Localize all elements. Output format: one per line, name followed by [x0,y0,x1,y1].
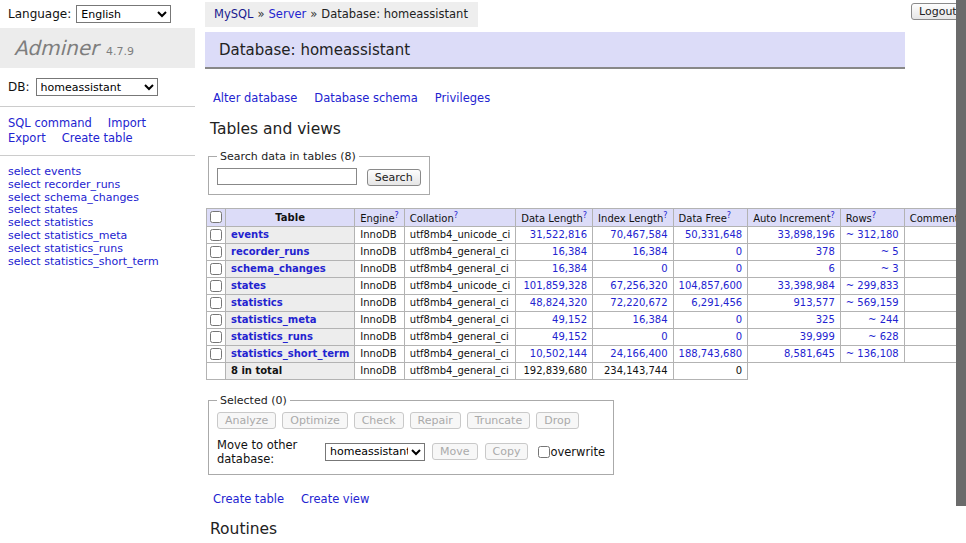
search-input[interactable] [217,168,357,185]
cell-auto-increment-link[interactable]: 33,398,984 [778,280,835,291]
cell-data-free-link[interactable]: 0 [736,263,742,274]
cell-data-free-link[interactable]: 0 [736,246,742,257]
sidebar-table-link-select-statistics-runs[interactable]: select statistics_runs [8,243,187,256]
selected-action-button-check[interactable]: Check [354,412,404,429]
search-button[interactable]: Search [367,169,421,186]
sidebar-table-link-select-statistics-meta[interactable]: select statistics_meta [8,230,187,243]
column-help-link[interactable]: ? [727,211,731,220]
cell-index-length: 24,166,400 [593,345,673,362]
cell-data-length-link[interactable]: 16,384 [552,246,587,257]
cell-data-length-link[interactable]: 49,152 [552,331,587,342]
cell-rows-link[interactable]: ~ 312,180 [846,229,899,240]
vertical-scrollbar[interactable] [956,0,966,543]
overwrite-checkbox[interactable] [538,446,550,458]
column-help-link[interactable]: ? [454,211,458,220]
select-all-checkbox[interactable] [210,211,222,223]
sidebar-table-link-select-events[interactable]: select events [8,166,187,179]
cell-index-length-link[interactable]: 24,166,400 [610,348,667,359]
cell-rows-link[interactable]: ~ 136,108 [846,348,899,359]
cell-index-length-link[interactable]: 0 [661,331,667,342]
selected-action-button-drop[interactable]: Drop [536,412,578,429]
column-header-engine: Engine? [355,208,405,226]
cell-auto-increment-link[interactable]: 378 [816,246,835,257]
cell-index-length-link[interactable]: 16,384 [633,246,668,257]
table-name-link[interactable]: statistics_short_term [231,348,349,359]
row-checkbox[interactable] [210,263,222,275]
cell-rows-link[interactable]: ~ 244 [868,314,899,325]
cell-data-length-link[interactable]: 48,824,320 [530,297,587,308]
sidebar-link-export[interactable]: Export [8,131,46,146]
selected-action-button-optimize[interactable]: Optimize [282,412,347,429]
cell-auto-increment-link[interactable]: 325 [816,314,835,325]
cell-data-length: 48,824,320 [516,294,593,311]
table-name-link[interactable]: recorder_runs [231,246,309,257]
table-name-link[interactable]: statistics [231,297,283,308]
table-name-link[interactable]: statistics_runs [231,331,313,342]
db-select[interactable]: homeassistant [36,78,158,96]
cell-rows-link[interactable]: ~ 628 [868,331,899,342]
column-help-link[interactable]: ? [831,211,835,220]
sidebar-link-import[interactable]: Import [108,116,146,131]
selected-action-button-analyze[interactable]: Analyze [217,412,276,429]
selected-action-button-truncate[interactable]: Truncate [467,412,530,429]
copy-button[interactable]: Copy [485,443,529,460]
cell-data-free-link[interactable]: 0 [736,314,742,325]
column-help-link[interactable]: ? [663,211,667,220]
move-database-select[interactable]: homeassistant [325,443,425,461]
row-checkbox[interactable] [210,229,222,241]
breadcrumb-server-link[interactable]: Server [269,7,307,21]
sidebar-link-create-table[interactable]: Create table [62,131,133,146]
cell-auto-increment-link[interactable]: 33,898,196 [778,229,835,240]
cell-data-length-link[interactable]: 16,384 [552,263,587,274]
selected-action-button-repair[interactable]: Repair [410,412,461,429]
row-checkbox[interactable] [210,314,222,326]
cell-index-length-link[interactable]: 70,467,584 [610,229,667,240]
scrollbar-thumb[interactable] [956,0,966,506]
cell-data-length-link[interactable]: 101,859,328 [523,280,587,291]
cell-data-free-link[interactable]: 0 [736,331,742,342]
cell-index-length-link[interactable]: 72,220,672 [610,297,667,308]
cell-index-length-link[interactable]: 16,384 [633,314,668,325]
cell-data-free-link[interactable]: 50,331,648 [685,229,742,240]
column-help-link[interactable]: ? [872,211,876,220]
create-link-create-view[interactable]: Create view [301,492,369,506]
row-checkbox[interactable] [210,280,222,292]
cell-auto-increment-link[interactable]: 913,577 [793,297,834,308]
cell-data-length-link[interactable]: 31,522,816 [530,229,587,240]
cell-rows-link[interactable]: ~ 3 [881,263,899,274]
cell-data-free-link[interactable]: 6,291,456 [691,297,742,308]
cell-rows-link[interactable]: ~ 299,833 [846,280,899,291]
row-checkbox[interactable] [210,331,222,343]
cell-data-free-link[interactable]: 104,857,600 [679,280,743,291]
table-name-link[interactable]: events [231,229,269,240]
cell-rows-link[interactable]: ~ 569,159 [846,297,899,308]
cell-auto-increment-link[interactable]: 6 [828,263,834,274]
row-checkbox[interactable] [210,246,222,258]
row-checkbox[interactable] [210,297,222,309]
cell-data-free-link[interactable]: 188,743,680 [679,348,743,359]
page-link-privileges[interactable]: Privileges [435,91,490,105]
page-link-alter-database[interactable]: Alter database [213,91,297,105]
language-select[interactable]: English [76,5,171,23]
cell-index-length-link[interactable]: 0 [661,263,667,274]
sidebar-table-link-select-statistics-short-term[interactable]: select statistics_short_term [8,256,187,269]
row-checkbox[interactable] [210,348,222,360]
table-name-link[interactable]: statistics_meta [231,314,316,325]
breadcrumb-mysql-link[interactable]: MySQL [214,7,254,21]
create-link-create-table[interactable]: Create table [213,492,284,506]
column-help-link[interactable]: ? [583,211,587,220]
sidebar-table-link-select-recorder-runs[interactable]: select recorder_runs [8,179,187,192]
cell-auto-increment-link[interactable]: 39,999 [800,331,835,342]
move-button[interactable]: Move [432,443,478,460]
cell-rows-link[interactable]: ~ 5 [881,246,899,257]
cell-data-length-link[interactable]: 49,152 [552,314,587,325]
sidebar-link-sql-command[interactable]: SQL command [8,116,92,131]
table-name-link[interactable]: states [231,280,266,291]
cell-data-length-link[interactable]: 10,502,144 [530,348,587,359]
cell-engine: InnoDB [355,311,405,328]
cell-index-length-link[interactable]: 67,256,320 [610,280,667,291]
cell-auto-increment-link[interactable]: 8,581,645 [784,348,835,359]
table-name-link[interactable]: schema_changes [231,263,326,274]
page-link-database-schema[interactable]: Database schema [314,91,417,105]
column-help-link[interactable]: ? [395,211,399,220]
